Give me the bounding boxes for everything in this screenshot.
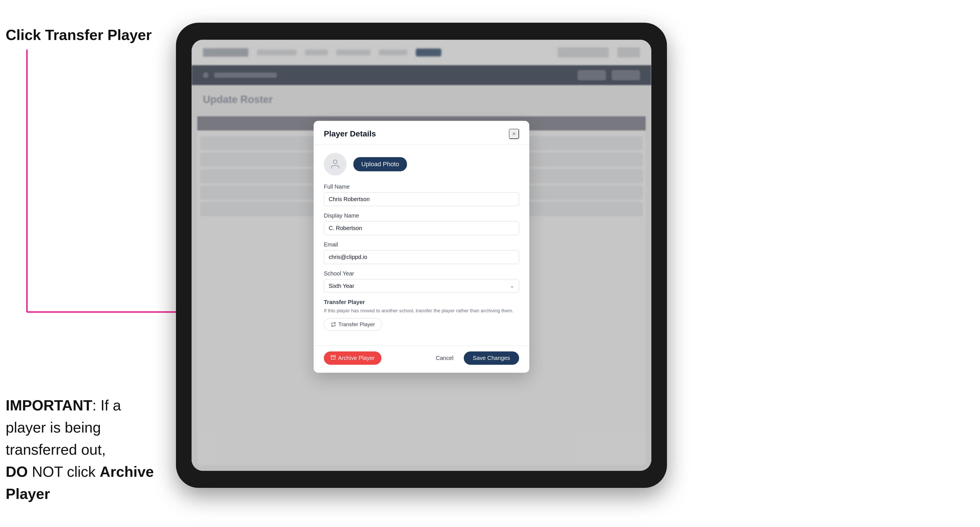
do-not-bold1: DO bbox=[6, 464, 28, 480]
transfer-icon bbox=[331, 322, 336, 327]
transfer-arrows-icon bbox=[331, 322, 336, 327]
upload-photo-button[interactable]: Upload Photo bbox=[353, 157, 407, 171]
display-name-label: Display Name bbox=[324, 213, 519, 219]
svg-point-3 bbox=[333, 160, 337, 163]
modal-footer: Archive Player Cancel Save Changes bbox=[313, 346, 529, 373]
close-button[interactable]: × bbox=[509, 129, 519, 139]
full-name-group: Full Name bbox=[324, 184, 519, 206]
tablet-frame: Update Roster Player Details × bbox=[176, 23, 667, 488]
display-name-group: Display Name bbox=[324, 213, 519, 235]
archive-box-icon bbox=[331, 355, 336, 360]
footer-right-actions: Cancel Save Changes bbox=[431, 351, 519, 365]
archive-button-label: Archive Player bbox=[338, 355, 375, 361]
school-year-select-wrapper: Sixth Year First Year Second Year Third … bbox=[324, 279, 519, 293]
save-changes-button[interactable]: Save Changes bbox=[464, 351, 519, 365]
instruction-bottom: IMPORTANT: If a player is being transfer… bbox=[6, 394, 165, 505]
avatar-section: Upload Photo bbox=[324, 153, 519, 176]
transfer-button-label: Transfer Player bbox=[338, 321, 375, 328]
school-year-label: School Year bbox=[324, 270, 519, 277]
instruction-top-prefix: Click bbox=[6, 27, 45, 43]
avatar bbox=[324, 153, 347, 176]
tablet-screen: Update Roster Player Details × bbox=[192, 40, 651, 471]
modal-body: Upload Photo Full Name Display Name bbox=[313, 145, 529, 346]
transfer-section-description: If this player has moved to another scho… bbox=[324, 307, 519, 314]
instruction-bottom-text2: NOT click bbox=[28, 464, 100, 480]
transfer-section-title: Transfer Player bbox=[324, 299, 519, 305]
display-name-input[interactable] bbox=[324, 221, 519, 235]
transfer-section: Transfer Player If this player has moved… bbox=[324, 299, 519, 331]
user-icon bbox=[329, 159, 341, 170]
modal-header: Player Details × bbox=[313, 121, 529, 145]
instruction-top-bold: Transfer Player bbox=[45, 27, 152, 43]
svg-rect-4 bbox=[331, 356, 336, 357]
important-label: IMPORTANT bbox=[6, 397, 92, 414]
full-name-label: Full Name bbox=[324, 184, 519, 190]
email-label: Email bbox=[324, 241, 519, 248]
email-group: Email bbox=[324, 241, 519, 264]
modal-title: Player Details bbox=[324, 129, 376, 138]
player-details-modal: Player Details × Upload Photo bbox=[313, 121, 529, 373]
school-year-select[interactable]: Sixth Year First Year Second Year Third … bbox=[324, 279, 519, 293]
email-input[interactable] bbox=[324, 250, 519, 264]
full-name-input[interactable] bbox=[324, 192, 519, 206]
instruction-top: Click Transfer Player bbox=[6, 25, 152, 45]
school-year-group: School Year Sixth Year First Year Second… bbox=[324, 270, 519, 293]
archive-player-button[interactable]: Archive Player bbox=[324, 351, 382, 365]
modal-overlay: Player Details × Upload Photo bbox=[192, 40, 651, 471]
transfer-player-button[interactable]: Transfer Player bbox=[324, 318, 382, 331]
archive-icon bbox=[331, 355, 336, 361]
cancel-button[interactable]: Cancel bbox=[431, 351, 458, 365]
